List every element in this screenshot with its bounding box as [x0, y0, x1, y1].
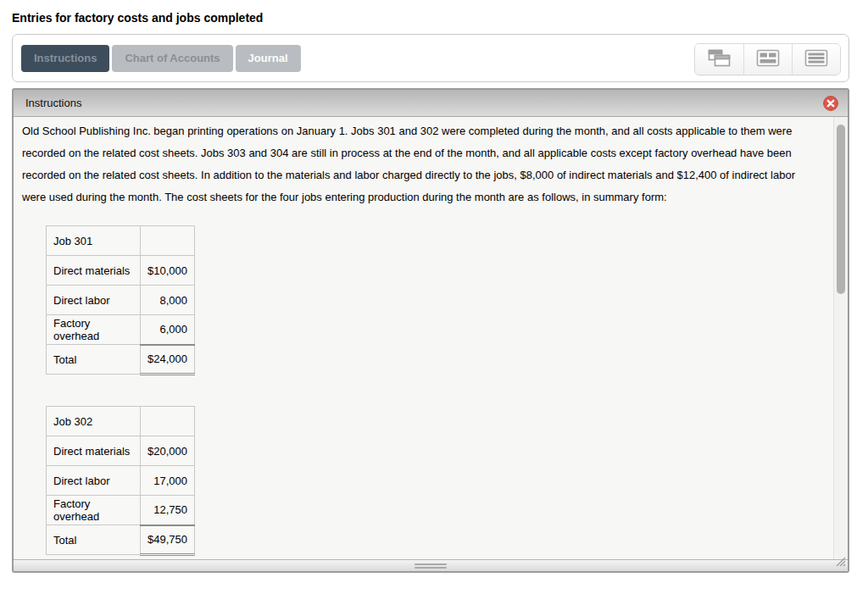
panel-title: Instructions — [25, 90, 81, 117]
view-toggle-group — [694, 43, 841, 75]
table-row: Job 302 — [47, 407, 195, 436]
table-row: Direct materials $10,000 — [47, 256, 195, 286]
total-label: Total — [47, 525, 141, 555]
instructions-panel-header: Instructions — [14, 90, 848, 117]
total-value: $49,750 — [141, 525, 195, 555]
table-row: Job 301 — [47, 226, 195, 256]
table-row: Direct labor 17,000 — [47, 466, 195, 496]
toolbar: Instructions Chart of Accounts Journal — [12, 34, 849, 82]
close-icon — [823, 101, 838, 114]
job-cost-sheets: Job 301 Direct materials $10,000 Direct … — [46, 225, 195, 559]
scrollbar-thumb[interactable] — [837, 125, 845, 294]
total-row: Total $49,750 — [47, 525, 195, 555]
tiled-layout-icon — [756, 49, 780, 69]
row-label: Direct labor — [47, 286, 141, 315]
tab-chart-of-accounts[interactable]: Chart of Accounts — [112, 45, 232, 72]
empty-cell — [141, 407, 195, 436]
row-label: Factory overhead — [47, 496, 141, 525]
job-302-cost-table: Job 302 Direct materials $20,000 Direct … — [46, 406, 195, 556]
tiled-layout-view-button[interactable] — [743, 44, 792, 75]
stacked-list-view-button[interactable] — [792, 44, 840, 75]
resize-grip-handle[interactable] — [415, 563, 447, 570]
row-label: Direct materials — [47, 436, 141, 466]
row-value: 17,000 — [141, 466, 195, 496]
table-row: Factory overhead 12,750 — [47, 496, 195, 525]
row-label: Direct materials — [47, 256, 141, 286]
instructions-panel: Instructions Old School Publishing Inc. … — [12, 88, 849, 573]
total-label: Total — [47, 345, 141, 375]
cascade-windows-view-button[interactable] — [695, 44, 743, 75]
tab-instructions[interactable]: Instructions — [21, 45, 109, 72]
instructions-text: Old School Publishing Inc. began printin… — [22, 120, 809, 208]
vertical-scrollbar[interactable] — [833, 117, 848, 559]
job-header-cell: Job 302 — [47, 407, 141, 436]
stacked-list-icon — [804, 49, 828, 69]
row-label: Factory overhead — [47, 315, 141, 345]
close-panel-button[interactable] — [823, 96, 838, 111]
corner-resize-icon[interactable] — [835, 555, 846, 570]
row-value: 12,750 — [141, 496, 195, 525]
table-row: Direct materials $20,000 — [47, 436, 195, 466]
tab-bar: Instructions Chart of Accounts Journal — [21, 45, 301, 72]
table-row: Factory overhead 6,000 — [47, 315, 195, 345]
row-label: Direct labor — [47, 466, 141, 496]
instructions-content: Old School Publishing Inc. began printin… — [14, 117, 848, 559]
table-row: Direct labor 8,000 — [47, 286, 195, 315]
empty-cell — [141, 226, 195, 256]
job-301-cost-table: Job 301 Direct materials $10,000 Direct … — [46, 225, 195, 375]
page-title: Entries for factory costs and jobs compl… — [12, 11, 263, 25]
app-window: Entries for factory costs and jobs compl… — [0, 0, 868, 594]
row-value: $10,000 — [141, 256, 195, 286]
row-value: 8,000 — [141, 286, 195, 315]
job-header-cell: Job 301 — [47, 226, 141, 256]
cascade-windows-icon — [708, 49, 731, 69]
total-row: Total $24,000 — [47, 345, 195, 375]
total-value: $24,000 — [141, 345, 195, 375]
row-value: 6,000 — [141, 315, 195, 345]
panel-resize-bar[interactable] — [14, 559, 848, 571]
tab-journal[interactable]: Journal — [236, 45, 301, 72]
row-value: $20,000 — [141, 436, 195, 466]
